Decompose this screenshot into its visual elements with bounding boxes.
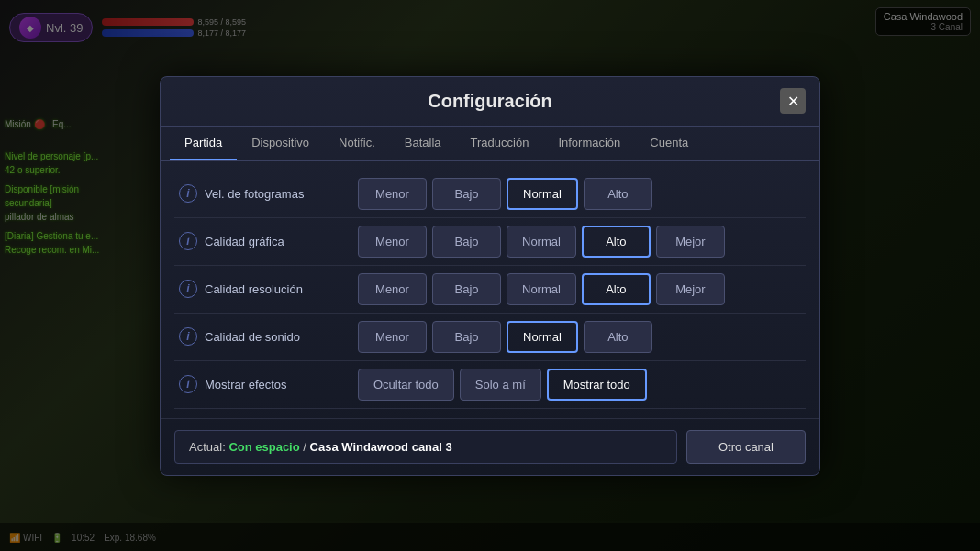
- show-effects-label: i Mostrar efectos: [179, 375, 358, 393]
- sound-quality-label: i Calidad de sonido: [179, 327, 358, 346]
- resolution-label-text: Calidad resolución: [205, 282, 303, 296]
- settings-body: i Vel. de fotogramas Menor Bajo Normal A…: [161, 161, 819, 418]
- resolution-info-icon[interactable]: i: [179, 280, 197, 298]
- graphic-quality-row: i Calidad gráfica Menor Bajo Normal Alto…: [174, 218, 806, 266]
- frame-rate-info-icon[interactable]: i: [179, 184, 197, 203]
- graphic-normal[interactable]: Normal: [507, 226, 576, 258]
- tab-dispositivo[interactable]: Dispositivo: [237, 127, 324, 160]
- effects-show-all[interactable]: Mostrar todo: [547, 369, 647, 401]
- close-button[interactable]: ✕: [780, 88, 806, 114]
- tab-cuenta[interactable]: Cuenta: [635, 127, 703, 160]
- graphic-bajo[interactable]: Bajo: [432, 226, 501, 258]
- frame-rate-alto[interactable]: Alto: [584, 178, 652, 210]
- tab-partida[interactable]: Partida: [170, 127, 237, 160]
- tab-bar: Partida Dispositivo Notific. Batalla Tra…: [161, 127, 819, 161]
- resolution-menor[interactable]: Menor: [358, 273, 427, 305]
- frame-rate-bajo[interactable]: Bajo: [432, 178, 501, 210]
- resolution-alto[interactable]: Alto: [582, 273, 651, 305]
- resolution-normal[interactable]: Normal: [507, 273, 576, 305]
- resolution-mejor[interactable]: Mejor: [656, 273, 725, 305]
- effects-hide-all[interactable]: Ocultar todo: [358, 369, 454, 401]
- resolution-bajo[interactable]: Bajo: [432, 273, 501, 305]
- modal-overlay: Configuración ✕ Partida Dispositivo Noti…: [0, 0, 980, 551]
- effects-label-text: Mostrar efectos: [205, 378, 287, 391]
- sound-info-icon[interactable]: i: [179, 327, 197, 346]
- graphic-quality-info-icon[interactable]: i: [179, 232, 197, 250]
- tab-informacion[interactable]: Información: [543, 127, 635, 160]
- modal-header: Configuración ✕: [161, 77, 819, 127]
- resolution-options: Menor Bajo Normal Alto Mejor: [358, 273, 801, 305]
- modal-footer: Actual: Con espacio / Casa Windawood can…: [161, 418, 819, 475]
- other-channel-button[interactable]: Otro canal: [686, 430, 806, 464]
- frame-rate-options: Menor Bajo Normal Alto: [358, 178, 801, 210]
- sound-menor[interactable]: Menor: [358, 321, 427, 353]
- effects-options: Ocultar todo Solo a mí Mostrar todo: [358, 369, 801, 401]
- channel-separator: /: [303, 440, 309, 454]
- sound-quality-row: i Calidad de sonido Menor Bajo Normal Al…: [174, 314, 806, 361]
- graphic-mejor[interactable]: Mejor: [656, 226, 725, 258]
- settings-modal: Configuración ✕ Partida Dispositivo Noti…: [160, 76, 820, 476]
- channel-green-text: Con espacio: [228, 440, 299, 454]
- frame-rate-menor[interactable]: Menor: [358, 178, 427, 210]
- sound-alto[interactable]: Alto: [584, 321, 652, 353]
- frame-rate-normal[interactable]: Normal: [507, 178, 578, 210]
- sound-options: Menor Bajo Normal Alto: [358, 321, 801, 353]
- graphic-quality-options: Menor Bajo Normal Alto Mejor: [358, 226, 801, 258]
- modal-title: Configuración: [428, 91, 552, 112]
- resolution-quality-row: i Calidad resolución Menor Bajo Normal A…: [174, 266, 806, 314]
- current-label: Actual:: [189, 440, 226, 454]
- tab-notific[interactable]: Notific.: [324, 127, 390, 160]
- graphic-alto[interactable]: Alto: [582, 226, 651, 258]
- frame-rate-row: i Vel. de fotogramas Menor Bajo Normal A…: [174, 171, 806, 218]
- current-channel-display: Actual: Con espacio / Casa Windawood can…: [174, 430, 677, 464]
- sound-normal[interactable]: Normal: [507, 321, 578, 353]
- resolution-quality-label: i Calidad resolución: [179, 280, 358, 298]
- graphic-quality-label-text: Calidad gráfica: [205, 235, 284, 248]
- graphic-menor[interactable]: Menor: [358, 226, 427, 258]
- effects-solo-mi[interactable]: Solo a mí: [460, 369, 541, 401]
- channel-white-text: Casa Windawood canal 3: [310, 440, 452, 454]
- show-effects-row: i Mostrar efectos Ocultar todo Solo a mí…: [174, 361, 806, 409]
- sound-label-text: Calidad de sonido: [205, 330, 300, 344]
- frame-rate-label: i Vel. de fotogramas: [179, 184, 358, 203]
- tab-traduccion[interactable]: Traducción: [456, 127, 544, 160]
- sound-bajo[interactable]: Bajo: [432, 321, 501, 353]
- frame-rate-label-text: Vel. de fotogramas: [205, 187, 304, 201]
- effects-info-icon[interactable]: i: [179, 375, 197, 393]
- graphic-quality-label: i Calidad gráfica: [179, 232, 358, 250]
- tab-batalla[interactable]: Batalla: [390, 127, 456, 160]
